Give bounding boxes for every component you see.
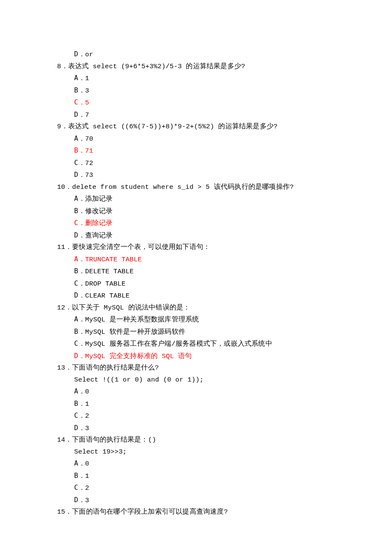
question-text: 下面语句的执行结果是：() <box>72 436 156 444</box>
option-text: 3 <box>85 497 89 504</box>
option-letter: D． <box>74 292 85 299</box>
option-correct: A．TRUNCATE TABLE <box>74 254 341 266</box>
question-number: 12． <box>57 302 72 314</box>
question-7-options-remnant: D．or <box>57 49 341 61</box>
option: B．1 <box>74 398 341 410</box>
question-code: Select 19>>3; <box>57 446 341 458</box>
option-letter: D． <box>74 171 85 179</box>
exam-page: D．or 8．表达式 select (9+6*5+3%2)/5-3 的运算结果是… <box>0 0 392 555</box>
question-options: A．添加记录 B．修改记录 C．删除记录 D．查询记录 <box>57 193 341 242</box>
option-letter: B． <box>74 267 85 275</box>
option-text: 73 <box>85 171 93 179</box>
question-options: A．0 B．1 C．2 D．3 <box>57 458 341 506</box>
option: B．修改记录 <box>74 205 341 218</box>
option: C．2 <box>74 410 341 422</box>
question-11: 11．要快速完全清空一个表，可以使用如下语句： A．TRUNCATE TABLE… <box>57 242 341 302</box>
option-text: 72 <box>85 159 93 167</box>
option-text: 7 <box>85 111 89 119</box>
option-letter: C． <box>74 280 85 287</box>
question-stem: 14．下面语句的执行结果是：() <box>57 434 341 446</box>
option: A．1 <box>74 72 341 85</box>
option-text: 修改记录 <box>85 208 113 215</box>
option: D．or <box>74 49 341 61</box>
question-number: 15． <box>57 506 72 518</box>
option-letter: A． <box>74 135 85 142</box>
option: C．2 <box>74 482 341 494</box>
option-letter: A． <box>74 315 85 323</box>
question-stem: 12．以下关于 MySQL 的说法中错误的是： <box>57 302 341 314</box>
question-12: 12．以下关于 MySQL 的说法中错误的是： A．MySQL 是一种关系型数据… <box>57 302 341 363</box>
option-letter: A． <box>74 74 85 82</box>
option-letter: A． <box>74 460 85 467</box>
option: B．MySQL 软件是一种开放源码软件 <box>74 326 341 338</box>
option: D．3 <box>74 494 341 507</box>
question-14: 14．下面语句的执行结果是：() Select 19>>3; A．0 B．1 C… <box>57 434 341 506</box>
option-letter: B． <box>74 147 85 154</box>
question-text: 要快速完全清空一个表，可以使用如下语句： <box>72 243 210 251</box>
question-13: 13．下面语句的执行结果是什么? Select !((1 or 0) and (… <box>57 362 341 434</box>
option: A．70 <box>74 133 341 145</box>
option-letter: C． <box>74 219 85 227</box>
question-options: A．0 B．1 C．2 D．3 <box>57 386 341 434</box>
question-stem: 10．delete from student where s_id > 5 该代… <box>57 182 341 194</box>
option-text: 1 <box>85 75 89 82</box>
option-letter: D． <box>74 50 85 58</box>
option: D．查询记录 <box>74 230 341 242</box>
option-letter: C． <box>74 412 85 419</box>
option-letter: C． <box>74 98 85 106</box>
option-letter: C． <box>74 159 85 167</box>
option: C．MySQL 服务器工作在客户端/服务器模式下，或嵌入式系统中 <box>74 338 341 350</box>
option-text: 1 <box>85 472 89 480</box>
option-letter: B． <box>74 400 85 408</box>
option: D．3 <box>74 422 341 435</box>
option-correct: B．71 <box>74 145 341 157</box>
option-letter: C． <box>74 484 85 491</box>
question-10: 10．delete from student where s_id > 5 该代… <box>57 182 341 242</box>
option: A．添加记录 <box>74 193 341 205</box>
option-letter: C． <box>74 340 85 347</box>
question-options: A．TRUNCATE TABLE B．DELETE TABLE C．DROP T… <box>57 254 341 302</box>
option-letter: D． <box>74 352 85 360</box>
option-text: MySQL 服务器工作在客户端/服务器模式下，或嵌入式系统中 <box>85 340 272 348</box>
option-correct: D．MySQL 完全支持标准的 SQL 语句 <box>74 350 341 363</box>
question-stem: 11．要快速完全清空一个表，可以使用如下语句： <box>57 242 341 254</box>
question-options: A．MySQL 是一种关系型数据库管理系统 B．MySQL 软件是一种开放源码软… <box>57 314 341 362</box>
option-text: 3 <box>85 425 89 432</box>
option-text: or <box>85 51 93 58</box>
option: D．73 <box>74 169 341 182</box>
question-9: 9．表达式 select ((6%(7-5))+8)*9-2+(5%2) 的运算… <box>57 121 341 182</box>
option-text: 添加记录 <box>85 195 113 203</box>
option: A．MySQL 是一种关系型数据库管理系统 <box>74 314 341 326</box>
question-15: 15．下面的语句在哪个字段上加索引可以提高查询速度? <box>57 506 341 518</box>
option-text: 70 <box>85 135 93 143</box>
question-options: A．1 B．3 C．5 D．7 <box>57 72 341 121</box>
option: C．DROP TABLE <box>74 278 341 290</box>
question-stem: 13．下面语句的执行结果是什么? <box>57 362 341 374</box>
option-letter: D． <box>74 231 85 239</box>
option-letter: B． <box>74 87 85 94</box>
option: B．1 <box>74 470 341 483</box>
option-text: 3 <box>85 87 89 95</box>
question-stem: 9．表达式 select ((6%(7-5))+8)*9-2+(5%2) 的运算… <box>57 121 341 133</box>
option-text: 2 <box>85 484 89 492</box>
option-text: TRUNCATE TABLE <box>85 256 142 263</box>
option-letter: B． <box>74 472 85 480</box>
option-text: 0 <box>85 460 89 468</box>
option-correct: C．5 <box>74 97 341 109</box>
option-letter: D． <box>74 111 85 119</box>
option-letter: B． <box>74 207 85 215</box>
option: D．CLEAR TABLE <box>74 290 341 302</box>
question-number: 11． <box>57 242 72 254</box>
question-text: 下面的语句在哪个字段上加索引可以提高查询速度? <box>72 508 228 516</box>
option: A．0 <box>74 386 341 398</box>
question-stem: 8．表达式 select (9+6*5+3%2)/5-3 的运算结果是多少? <box>57 61 341 73</box>
option-letter: A． <box>74 195 85 202</box>
question-number: 14． <box>57 434 72 446</box>
option-text: DROP TABLE <box>85 280 126 288</box>
question-text: delete from student where s_id > 5 该代码执行… <box>72 183 294 191</box>
option: A．0 <box>74 458 341 470</box>
option-text: 2 <box>85 412 89 420</box>
option-text: 5 <box>85 99 89 107</box>
option-letter: A． <box>74 255 85 263</box>
question-8: 8．表达式 select (9+6*5+3%2)/5-3 的运算结果是多少? A… <box>57 61 341 121</box>
